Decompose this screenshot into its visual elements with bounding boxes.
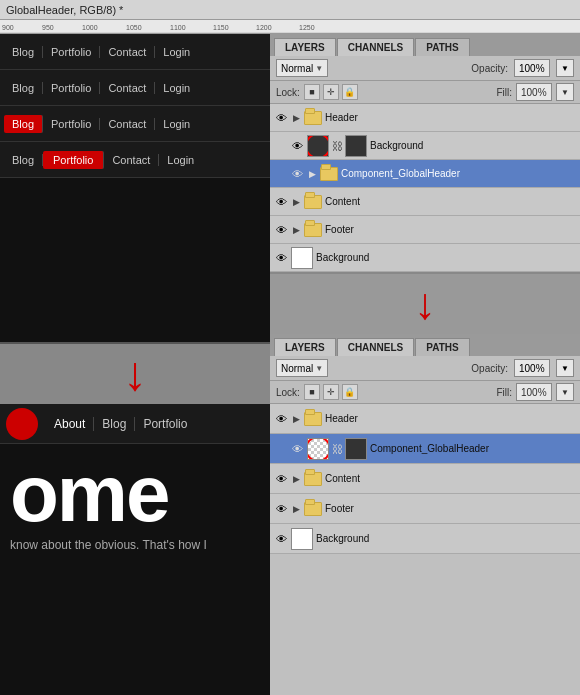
nav-dot-bottom	[6, 408, 38, 440]
layer-name-header-top: Header	[325, 112, 576, 123]
canvas-arrow-divider: ↓	[0, 344, 270, 404]
eye-icon-header-b[interactable]: 👁	[274, 412, 288, 426]
expand-header[interactable]: ▶	[291, 113, 301, 123]
nav-contact-4[interactable]: Contact	[104, 154, 159, 166]
lock-move-btn[interactable]: ✛	[323, 84, 339, 100]
fill-color-btn-top[interactable]: ▼	[556, 83, 574, 101]
blend-mode-dropdown-bottom[interactable]: Normal ▼	[276, 359, 328, 377]
nav-contact-3[interactable]: Contact	[100, 118, 155, 130]
fill-label-top: Fill:	[496, 87, 512, 98]
lock-row-top: Lock: ■ ✛ 🔒 Fill: 100% ▼	[270, 81, 580, 104]
tab-layers-top[interactable]: LAYERS	[274, 38, 336, 56]
layer-row-header-bottom[interactable]: 👁 ▶ Header	[270, 404, 580, 434]
fill-value-top[interactable]: 100%	[516, 83, 552, 101]
layer-row-component-top[interactable]: 👁 ▶ Component_GlobalHeader	[270, 160, 580, 188]
expand-component-top[interactable]: ▶	[307, 169, 317, 179]
panel-section-top: LAYERS CHANNELS PATHS Normal ▼ Opacity: …	[270, 34, 580, 274]
eye-icon-content-top[interactable]: 👁	[274, 195, 288, 209]
nav-blog-1[interactable]: Blog	[4, 46, 43, 58]
eye-icon-component-b[interactable]: 👁	[290, 442, 304, 456]
lock-pixel-btn[interactable]: ■	[304, 84, 320, 100]
nav-login-3[interactable]: Login	[155, 118, 198, 130]
svg-text:1200: 1200	[256, 24, 272, 31]
layer-row-bg-top[interactable]: 👁 ⛓ Background	[270, 132, 580, 160]
opacity-label-top: Opacity:	[471, 63, 508, 74]
layer-thumb-component-bottom	[307, 438, 329, 460]
layer-name-component-bottom: Component_GlobalHeader	[370, 443, 576, 454]
eye-icon-bg-top[interactable]: 👁	[290, 139, 304, 153]
fill-value-bottom[interactable]: 100%	[516, 383, 552, 401]
layer-row-component-bottom[interactable]: 👁 ⛓ Component_GlobalHeader	[270, 434, 580, 464]
circle-overlay-component-bottom	[307, 438, 329, 460]
tab-paths-bottom[interactable]: PATHS	[415, 338, 469, 356]
layer-row-content-bottom[interactable]: 👁 ▶ Content	[270, 464, 580, 494]
eye-icon-bg-white-top[interactable]: 👁	[274, 251, 288, 265]
layer-row-header-top[interactable]: 👁 ▶ Header	[270, 104, 580, 132]
layer-row-footer-top[interactable]: 👁 ▶ Footer	[270, 216, 580, 244]
tab-channels-top[interactable]: CHANNELS	[337, 38, 415, 56]
expand-footer-top[interactable]: ▶	[291, 225, 301, 235]
panel-down-arrow-icon: ↓	[414, 279, 436, 329]
nav-login-1[interactable]: Login	[155, 46, 198, 58]
blend-mode-value-bottom: Normal	[281, 363, 313, 374]
opacity-color-btn-bottom[interactable]: ▼	[556, 359, 574, 377]
main-area: Blog Portfolio Contact Login Blog Portfo…	[0, 34, 580, 695]
lock-pixel-btn-b[interactable]: ■	[304, 384, 320, 400]
eye-icon-content-b[interactable]: 👁	[274, 472, 288, 486]
nav-portfolio-2[interactable]: Portfolio	[43, 82, 100, 94]
nav-row-1: Blog Portfolio Contact Login	[0, 34, 270, 70]
nav-contact-1[interactable]: Contact	[100, 46, 155, 58]
nav-about-bottom[interactable]: About	[46, 417, 94, 431]
nav-login-4[interactable]: Login	[159, 154, 202, 166]
expand-footer-b[interactable]: ▶	[291, 504, 301, 514]
opacity-label-bottom: Opacity:	[471, 363, 508, 374]
nav-blog-3-active[interactable]: Blog	[4, 115, 43, 133]
opacity-value-top[interactable]: 100%	[514, 59, 550, 77]
layer-row-footer-bottom[interactable]: 👁 ▶ Footer	[270, 494, 580, 524]
big-text: ome	[10, 454, 260, 534]
lock-all-btn-b[interactable]: 🔒	[342, 384, 358, 400]
eye-icon-footer-top[interactable]: 👁	[274, 223, 288, 237]
lock-all-btn[interactable]: 🔒	[342, 84, 358, 100]
nav-links-2: Blog Portfolio Contact Login	[4, 82, 198, 94]
blend-mode-value-top: Normal	[281, 63, 313, 74]
canvas-area: Blog Portfolio Contact Login Blog Portfo…	[0, 34, 270, 695]
nav-portfolio-bottom[interactable]: Portfolio	[135, 417, 195, 431]
layer-row-content-top[interactable]: 👁 ▶ Content	[270, 188, 580, 216]
opacity-value-bottom[interactable]: 100%	[514, 359, 550, 377]
nav-blog-4[interactable]: Blog	[4, 154, 43, 166]
folder-icon-content-top	[304, 195, 322, 209]
opacity-color-btn-top[interactable]: ▼	[556, 59, 574, 77]
canvas-top: Blog Portfolio Contact Login Blog Portfo…	[0, 34, 270, 344]
expand-content-top[interactable]: ▶	[291, 197, 301, 207]
nav-portfolio-3[interactable]: Portfolio	[43, 118, 100, 130]
eye-icon-footer-b[interactable]: 👁	[274, 502, 288, 516]
eye-icon-header[interactable]: 👁	[274, 111, 288, 125]
svg-text:1150: 1150	[213, 24, 229, 31]
layer-thumb-bg-white-bottom	[291, 528, 313, 550]
eye-icon-bg-white-b[interactable]: 👁	[274, 532, 288, 546]
tab-layers-bottom[interactable]: LAYERS	[274, 338, 336, 356]
tab-paths-top[interactable]: PATHS	[415, 38, 469, 56]
lock-move-btn-b[interactable]: ✛	[323, 384, 339, 400]
nav-portfolio-4-active[interactable]: Portfolio	[43, 151, 104, 169]
layer-row-bg-white-bottom[interactable]: 👁 Background	[270, 524, 580, 554]
layer-name-content-top: Content	[325, 196, 576, 207]
nav-login-2[interactable]: Login	[155, 82, 198, 94]
nav-portfolio-1[interactable]: Portfolio	[43, 46, 100, 58]
blend-dropdown-arrow: ▼	[315, 64, 323, 73]
blend-mode-dropdown-top[interactable]: Normal ▼	[276, 59, 328, 77]
expand-header-b[interactable]: ▶	[291, 414, 301, 424]
nav-contact-2[interactable]: Contact	[100, 82, 155, 94]
nav-links-bottom: About Blog Portfolio	[46, 417, 195, 431]
eye-icon-component-top[interactable]: 👁	[290, 167, 304, 181]
folder-icon-component-top	[320, 167, 338, 181]
layer-row-bg-white-top[interactable]: 👁 Background	[270, 244, 580, 272]
right-panel: LAYERS CHANNELS PATHS Normal ▼ Opacity: …	[270, 34, 580, 695]
fill-color-btn-bottom[interactable]: ▼	[556, 383, 574, 401]
nav-blog-bottom[interactable]: Blog	[94, 417, 135, 431]
tab-channels-bottom[interactable]: CHANNELS	[337, 338, 415, 356]
expand-content-b[interactable]: ▶	[291, 474, 301, 484]
nav-blog-2[interactable]: Blog	[4, 82, 43, 94]
panel-tabs-top: LAYERS CHANNELS PATHS	[270, 34, 580, 56]
